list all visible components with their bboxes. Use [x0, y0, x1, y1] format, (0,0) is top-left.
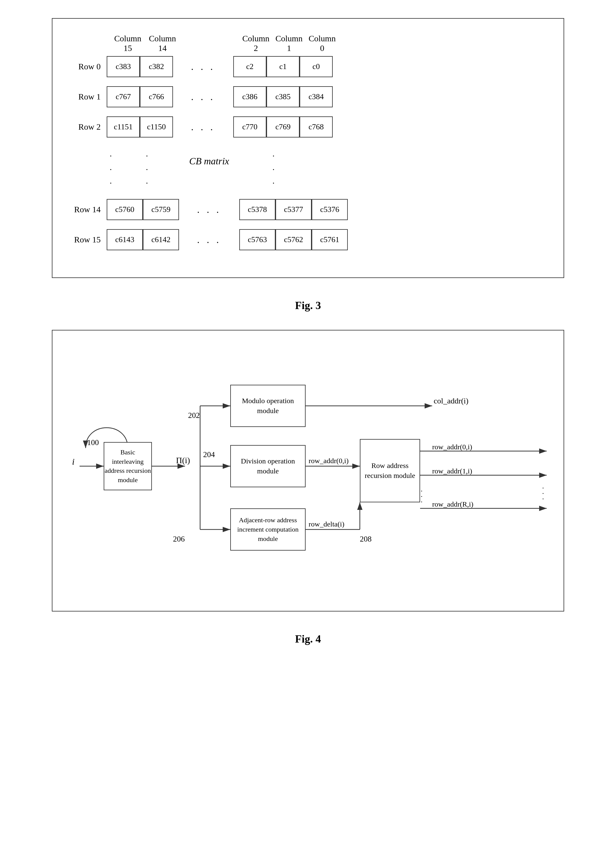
- cell-c5376: c5376: [312, 199, 348, 220]
- cell-c5378: c5378: [239, 199, 275, 220]
- row-label-0: Row 0: [70, 62, 107, 72]
- svg-text:208: 208: [360, 534, 372, 543]
- fig4-diagram: 100 202 204 206 208 i Π(i) col_addr(i) r…: [52, 330, 564, 612]
- fig4-caption: Fig. 4: [295, 633, 321, 645]
- svg-text:i: i: [72, 456, 75, 467]
- matrix-row-15: Row 15 c6143 c6142 . . . c5763 c5762 c57…: [70, 229, 546, 250]
- svg-text:col_addr(i): col_addr(i): [434, 397, 469, 405]
- matrix-row-0: Row 0 c383 c382 . . . c2 c1 c0: [70, 56, 546, 77]
- cell-c386: c386: [233, 86, 266, 107]
- cell-c6143: c6143: [107, 229, 143, 250]
- svg-text:row_addr(R,i): row_addr(R,i): [432, 500, 474, 508]
- cell-c383: c383: [107, 56, 140, 77]
- cell-c769: c769: [266, 117, 299, 138]
- left-cells-0: c383 c382: [107, 56, 173, 77]
- col-header-0: Column 0: [306, 34, 339, 53]
- svg-text:100: 100: [87, 438, 99, 447]
- box-division: Division operation module: [230, 445, 306, 487]
- svg-text:Π(i): Π(i): [176, 456, 190, 465]
- cell-c5377: c5377: [275, 199, 312, 220]
- vert-dots-left2: ···: [146, 150, 179, 190]
- matrix-row-1: Row 1 c767 c766 . . . c386 c385 c384: [70, 86, 546, 107]
- cell-c5759: c5759: [143, 199, 179, 220]
- svg-text:row_delta(i): row_delta(i): [309, 520, 344, 528]
- box-basic-interleaving: Basic interleaving address recursion mod…: [104, 442, 152, 490]
- row-label-2: Row 2: [70, 122, 107, 132]
- right-cells-2: c770 c769 c768: [233, 117, 333, 138]
- cell-c1150: c1150: [140, 117, 173, 138]
- left-cells-2: c1151 c1150: [107, 117, 173, 138]
- col-header-15: Column 15: [110, 34, 146, 53]
- box-row-recursion: Row address recursion module: [360, 439, 420, 502]
- svg-text:204: 204: [203, 450, 215, 459]
- cb-matrix-label: CB matrix: [179, 150, 239, 167]
- dots-0: . . .: [173, 61, 233, 72]
- vertical-dots-row: ··· ··· CB matrix ···: [70, 150, 546, 190]
- cell-c0: c0: [299, 56, 333, 77]
- cell-c382: c382: [140, 56, 173, 77]
- cell-c5760: c5760: [107, 199, 143, 220]
- cell-c766: c766: [140, 86, 173, 107]
- right-cells-14: c5378 c5377 c5376: [239, 199, 348, 220]
- row-label-15: Row 15: [70, 235, 107, 244]
- left-cells-15: c6143 c6142: [107, 229, 179, 250]
- cell-c1151: c1151: [107, 117, 140, 138]
- cell-c768: c768: [299, 117, 333, 138]
- cell-c1: c1: [266, 56, 299, 77]
- fig4-flow: 100 202 204 206 208 i Π(i) col_addr(i) r…: [70, 346, 546, 593]
- cell-c770: c770: [233, 117, 266, 138]
- cell-c5762: c5762: [275, 229, 312, 250]
- svg-text:202: 202: [188, 411, 200, 420]
- row-label-1: Row 1: [70, 92, 107, 102]
- col-headers: Column 15 Column 14 Column 2 Column 1 Co…: [70, 34, 546, 53]
- dots-1: . . .: [173, 91, 233, 103]
- dots-2: . . .: [173, 121, 233, 133]
- svg-text:row_addr(0,i): row_addr(0,i): [432, 443, 472, 451]
- cell-c385: c385: [266, 86, 299, 107]
- col-header-1: Column 1: [272, 34, 306, 53]
- col-header-14: Column 14: [146, 34, 179, 53]
- fig3-caption: Fig. 3: [295, 299, 321, 312]
- left-cells-14: c5760 c5759: [107, 199, 179, 220]
- dots-15: . . .: [179, 234, 239, 245]
- svg-text:206: 206: [173, 534, 185, 543]
- cell-c5761: c5761: [312, 229, 348, 250]
- matrix-row-14: Row 14 c5760 c5759 . . . c5378 c5377 c53…: [70, 199, 546, 220]
- svg-text:row_addr(0,i): row_addr(0,i): [309, 457, 349, 465]
- cell-c5763: c5763: [239, 229, 275, 250]
- vert-dots-right: ···: [272, 150, 275, 190]
- cell-c6142: c6142: [143, 229, 179, 250]
- row-label-14: Row 14: [70, 205, 107, 214]
- cell-c767: c767: [107, 86, 140, 107]
- dots-14: . . .: [179, 204, 239, 215]
- right-cells-1: c386 c385 c384: [233, 86, 333, 107]
- right-cells-0: c2 c1 c0: [233, 56, 333, 77]
- svg-text:row_addr(1,i): row_addr(1,i): [432, 467, 472, 475]
- cell-c2: c2: [233, 56, 266, 77]
- col-header-2: Column 2: [239, 34, 272, 53]
- cell-c384: c384: [299, 86, 333, 107]
- svg-text:·: ·: [542, 495, 544, 503]
- box-modulo: Modulo operation module: [230, 385, 306, 427]
- fig3-diagram: Column 15 Column 14 Column 2 Column 1 Co…: [52, 18, 564, 278]
- matrix-area: Column 15 Column 14 Column 2 Column 1 Co…: [70, 34, 546, 259]
- box-adjacent-row: Adjacent-row address increment computati…: [230, 508, 306, 551]
- vert-dots-left: ···: [110, 150, 146, 190]
- matrix-row-2: Row 2 c1151 c1150 . . . c770 c769 c768: [70, 117, 546, 138]
- left-cells-1: c767 c766: [107, 86, 173, 107]
- right-cells-15: c5763 c5762 c5761: [239, 229, 348, 250]
- svg-text:·: ·: [421, 498, 423, 506]
